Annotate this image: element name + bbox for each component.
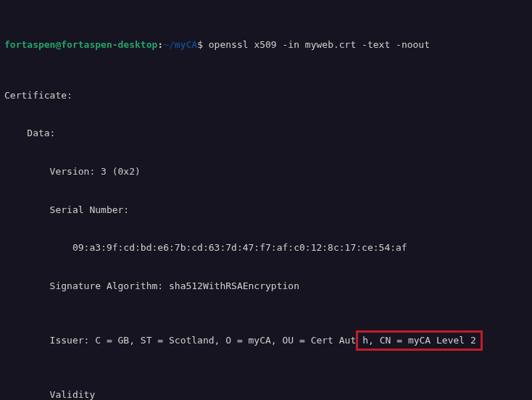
output-line: Data: (4, 127, 528, 140)
terminal-output[interactable]: fortaspen@fortaspen-desktop:~/myCA$ open… (0, 0, 532, 400)
issuer-prefix: Issuer: C = GB, ST = Scotland, O = myCA,… (4, 335, 356, 346)
output-line: Version: 3 (0x2) (4, 165, 528, 178)
highlight-issuer-cn: h, CN = myCA Level 2 (356, 330, 483, 351)
output-line: Certificate: (4, 89, 528, 102)
prompt-dollar: $ (197, 39, 203, 50)
prompt-path: ~/myCA (163, 39, 197, 50)
prompt-line: fortaspen@fortaspen-desktop:~/myCA$ open… (4, 38, 528, 51)
output-line: Signature Algorithm: sha512WithRSAEncryp… (4, 280, 528, 293)
output-line: Serial Number: (4, 204, 528, 217)
prompt-colon: : (157, 39, 163, 50)
issuer-line: Issuer: C = GB, ST = Scotland, O = myCA,… (4, 330, 528, 351)
command-text: openssl x509 -in myweb.crt -text -noout (209, 39, 430, 50)
prompt-user: fortaspen@fortaspen-desktop (4, 39, 157, 50)
output-line: 09:a3:9f:cd:bd:e6:7b:cd:63:7d:47:f7:af:c… (4, 241, 528, 254)
output-line: Validity (4, 388, 528, 400)
